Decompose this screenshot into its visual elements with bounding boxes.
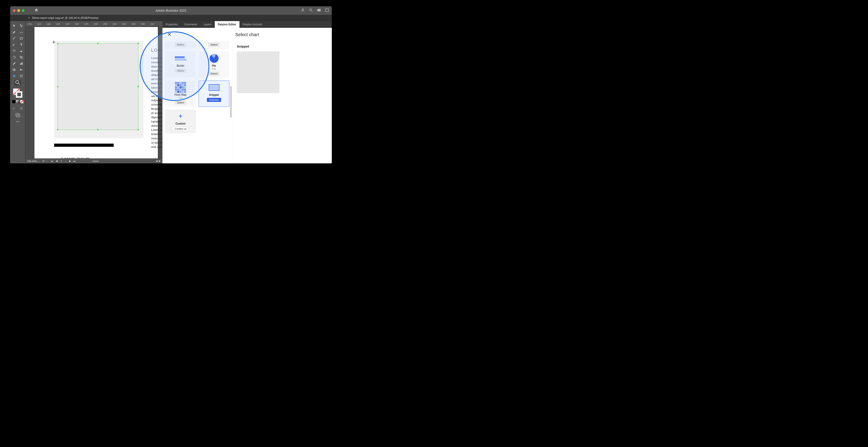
chart-card-truncated[interactable]: Select bbox=[198, 41, 229, 49]
svg-line-21 bbox=[19, 83, 20, 85]
canvas[interactable]: + Lorem ipsum LOREM Lorem ipsum dolor si… bbox=[25, 26, 162, 159]
svg-rect-13 bbox=[22, 62, 23, 65]
close-window-button[interactable] bbox=[13, 9, 16, 12]
prev-artboard-icon[interactable]: ◀ bbox=[55, 160, 58, 163]
home-button[interactable] bbox=[34, 8, 38, 13]
gradient-tool[interactable] bbox=[18, 67, 25, 72]
datylon-editor-panel: ✕ Select chart Select Select bbox=[162, 28, 332, 163]
select-button[interactable]: Select bbox=[208, 72, 220, 76]
edit-toolbar-icon[interactable]: ••• bbox=[14, 119, 21, 124]
brush-tool[interactable] bbox=[11, 42, 17, 47]
select-button[interactable]: Select bbox=[175, 101, 186, 105]
eyedropper-tool[interactable] bbox=[11, 61, 17, 66]
resize-handle[interactable] bbox=[137, 43, 139, 44]
select-button[interactable]: Select bbox=[175, 43, 186, 47]
chart-card-snippet[interactable]: Snippet Selected bbox=[198, 80, 229, 107]
maximize-window-button[interactable] bbox=[22, 9, 25, 12]
color-mode-none[interactable] bbox=[20, 100, 23, 103]
draw-behind-icon[interactable] bbox=[18, 106, 25, 111]
curvature-tool[interactable] bbox=[18, 30, 25, 35]
chart-card-bullet[interactable]: Bullet Select bbox=[165, 51, 196, 78]
next-artboard-icon[interactable]: ▶ bbox=[68, 160, 72, 163]
panel-tabs: Properties Comments Layers Datylon Edito… bbox=[162, 21, 332, 28]
selected-rectangle[interactable] bbox=[58, 43, 138, 130]
contact-us-button[interactable]: Contact us bbox=[172, 127, 189, 131]
panel-title: Select chart bbox=[235, 32, 259, 37]
chart-gallery[interactable]: Select Select Bullet bbox=[162, 41, 232, 163]
status-bar: 106.44%⌵ 0°⌵ ⏮ ◀ 2 ⌵ ▶ ⏭ Zoom ◀ ▶ bbox=[25, 159, 162, 163]
resize-handle[interactable] bbox=[137, 86, 139, 87]
shape-builder-tool[interactable] bbox=[11, 67, 17, 72]
close-tab-icon[interactable]: × bbox=[28, 16, 30, 20]
resize-handle[interactable] bbox=[57, 129, 58, 130]
svg-line-2 bbox=[311, 10, 312, 12]
arrange-documents-icon[interactable] bbox=[317, 8, 321, 13]
document-tab[interactable]: × Demo report-orig4 copy.ai* @ 106.44 % … bbox=[25, 16, 101, 20]
select-button[interactable]: Select bbox=[175, 69, 186, 73]
workspace-icon[interactable] bbox=[325, 8, 329, 13]
svg-point-20 bbox=[16, 80, 19, 84]
tab-datylon-account[interactable]: Datylon Account bbox=[240, 21, 265, 28]
last-artboard-icon[interactable]: ⏭ bbox=[73, 160, 76, 163]
artboard-number[interactable]: 2 bbox=[60, 160, 63, 163]
close-icon[interactable]: ✕ bbox=[167, 32, 172, 37]
minimize-window-button[interactable] bbox=[17, 9, 20, 12]
rotate-tool[interactable] bbox=[11, 55, 17, 60]
tab-comments[interactable]: Comments bbox=[181, 21, 200, 28]
stroke-swatch[interactable] bbox=[16, 91, 23, 98]
chevron-down-icon[interactable]: ⌵ bbox=[38, 160, 40, 163]
rectangle-tool[interactable] bbox=[18, 36, 25, 41]
preview-title: Snippet bbox=[237, 44, 327, 48]
search-icon[interactable] bbox=[309, 8, 313, 13]
scroll-left-icon[interactable]: ◀ bbox=[156, 160, 157, 163]
selection-tool[interactable] bbox=[11, 23, 17, 28]
resize-handle[interactable] bbox=[57, 43, 58, 44]
svg-rect-4 bbox=[319, 9, 320, 11]
chart-card-custom[interactable]: + Custom Contact us bbox=[165, 109, 196, 133]
eraser-tool[interactable] bbox=[18, 48, 25, 54]
chart-card-pie[interactable]: Pie PoA Select bbox=[198, 51, 229, 78]
zoom-tool[interactable] bbox=[14, 80, 21, 85]
resize-handle[interactable] bbox=[57, 86, 58, 87]
tab-datylon-editor[interactable]: Datylon Editor bbox=[215, 21, 240, 28]
chevron-down-icon[interactable]: ⌵ bbox=[64, 160, 67, 163]
first-artboard-icon[interactable]: ⏮ bbox=[51, 160, 54, 163]
main-area: ••• 210 220 230 240 250 260 270 280 290 … bbox=[10, 21, 332, 163]
magic-wand-tool[interactable] bbox=[11, 36, 17, 41]
app-title: Adobe Illustrator 2022 bbox=[156, 9, 186, 12]
zoom-label: Zoom bbox=[92, 160, 99, 163]
type-tool[interactable] bbox=[18, 42, 25, 47]
chevron-down-icon[interactable]: ⌵ bbox=[46, 160, 48, 163]
preview-placeholder bbox=[237, 51, 279, 93]
datylon-header: ✕ Select chart bbox=[162, 28, 332, 41]
zoom-level[interactable]: 106.44% bbox=[27, 160, 37, 163]
rotation-value[interactable]: 0° bbox=[42, 160, 45, 163]
black-bar-shape bbox=[54, 144, 114, 147]
lasso-tool[interactable] bbox=[11, 48, 17, 54]
scroll-right-icon[interactable]: ▶ bbox=[159, 160, 161, 163]
tab-properties[interactable]: Properties bbox=[162, 21, 181, 28]
color-mode-gradient[interactable] bbox=[16, 100, 19, 103]
select-button[interactable]: Select bbox=[208, 43, 220, 47]
chart-card-heatmap[interactable]: Heat Map PoA Select bbox=[165, 80, 196, 107]
resize-handle[interactable] bbox=[97, 43, 99, 44]
tab-layers[interactable]: Layers bbox=[200, 21, 215, 28]
direct-selection-tool[interactable] bbox=[18, 23, 25, 28]
column-graph-tool[interactable] bbox=[18, 61, 25, 66]
gallery-scrollbar[interactable] bbox=[230, 86, 231, 117]
pen-tool[interactable] bbox=[11, 30, 17, 35]
fill-stroke-swatch[interactable] bbox=[13, 89, 23, 98]
chart-card-truncated[interactable]: Select bbox=[165, 41, 196, 49]
screen-mode-icon[interactable] bbox=[14, 112, 21, 117]
svg-rect-16 bbox=[20, 69, 23, 70]
artboard-tool[interactable] bbox=[18, 74, 25, 78]
datylon-tool[interactable] bbox=[11, 74, 17, 78]
resize-handle[interactable] bbox=[97, 129, 99, 130]
scale-tool[interactable] bbox=[18, 55, 25, 60]
selected-button[interactable]: Selected bbox=[207, 98, 221, 102]
user-icon[interactable] bbox=[301, 8, 305, 13]
svg-point-22 bbox=[13, 108, 14, 109]
color-mode-solid[interactable] bbox=[12, 100, 15, 103]
draw-normal-icon[interactable] bbox=[11, 106, 17, 111]
resize-handle[interactable] bbox=[137, 129, 139, 130]
